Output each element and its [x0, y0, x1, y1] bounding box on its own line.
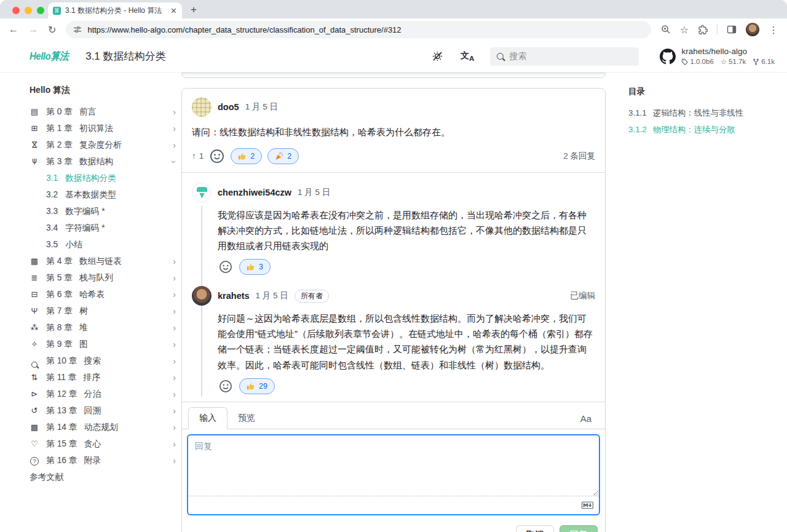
chevron-right-icon: › — [173, 356, 176, 366]
reaction-party[interactable]: 2 — [267, 148, 299, 164]
forward-icon[interactable]: → — [28, 24, 38, 35]
upvote-button[interactable]: ↑1 — [192, 151, 204, 161]
github-repo-link[interactable]: krahets/hello-algo 1.0.0b6 ☆51.7k 6.1k — [660, 47, 775, 66]
reply-textarea[interactable]: 回复 — [187, 434, 600, 515]
sidebar-item-ch13[interactable]: ↺第 13 章回溯› — [30, 402, 176, 419]
sidebar-item-ch5[interactable]: ≣第 5 章栈与队列› — [30, 269, 176, 286]
reload-icon[interactable]: ↻ — [48, 24, 56, 36]
sidebar-item-ch15[interactable]: ♡第 15 章贪心› — [30, 435, 176, 452]
extensions-icon[interactable] — [698, 25, 708, 34]
avatar[interactable] — [192, 286, 212, 306]
theme-toggle-icon[interactable] — [432, 50, 443, 62]
side-panel-icon[interactable] — [727, 25, 737, 34]
language-icon[interactable]: 文A — [461, 50, 474, 62]
repo-forks: 6.1k — [761, 58, 775, 65]
comment-date[interactable]: 1 月 5 日 — [245, 101, 278, 113]
text-format-icon[interactable]: Aa — [573, 408, 599, 429]
cancel-button[interactable]: 取消 — [516, 525, 554, 532]
repo-version: 1.0.0b6 — [690, 58, 713, 65]
site-settings-icon[interactable] — [73, 25, 82, 34]
new-tab-button[interactable]: + — [191, 4, 197, 16]
sidebar-item-ch11[interactable]: ⇅第 11 章排序› — [30, 369, 176, 386]
chevron-right-icon: › — [173, 306, 176, 316]
bookmark-star-icon[interactable]: ☆ — [680, 24, 689, 36]
reply-date[interactable]: 1 月 5 日 — [256, 290, 288, 301]
sidebar-item-3-5[interactable]: 3.5小结 — [30, 236, 176, 253]
sidebar-item-ch4[interactable]: ▦第 4 章数组与链表› — [30, 253, 176, 269]
browser-menu-icon[interactable]: ⋮ — [769, 24, 778, 36]
sidebar-item-references[interactable]: 参考文献 — [30, 469, 176, 485]
zoom-icon[interactable] — [661, 25, 671, 34]
chevron-right-icon: › — [173, 339, 176, 349]
toc-item-3-1-1[interactable]: 3.1.1逻辑结构：线性与非线性 — [628, 105, 782, 121]
smiley-icon — [219, 380, 232, 392]
url-bar[interactable]: https://www.hello-algo.com/chapter_data_… — [66, 21, 651, 38]
greedy-icon: ♡ — [30, 439, 39, 448]
tab-close-icon[interactable]: ✕ — [170, 6, 177, 15]
thumbs-up-emoji — [247, 263, 255, 271]
browser-profile-avatar[interactable] — [746, 23, 759, 36]
smiley-icon — [219, 261, 232, 273]
window-controls — [12, 7, 44, 14]
chevron-right-icon: › — [173, 406, 176, 416]
add-reaction-button[interactable] — [218, 378, 234, 394]
sidebar-item-ch7[interactable]: Ψ第 7 章树› — [30, 303, 176, 319]
sidebar-item-ch0[interactable]: ▤第 0 章前言› — [30, 103, 176, 120]
reply-author[interactable]: chenzhiwei54czw — [218, 188, 291, 197]
sidebar-item-ch8[interactable]: ⁂第 8 章堆› — [30, 319, 176, 336]
party-popper-emoji — [275, 152, 283, 161]
sidebar-item-3-4[interactable]: 3.4字符编码 * — [30, 220, 176, 236]
sidebar-item-ch9[interactable]: ✧第 9 章图› — [30, 336, 176, 352]
sidebar-item-ch16[interactable]: ?第 16 章附录› — [30, 452, 176, 469]
toc-item-3-1-2[interactable]: 3.1.2物理结构：连续与分散 — [628, 121, 782, 138]
nodes-icon: ⋔ — [30, 157, 39, 166]
chevron-right-icon: › — [173, 256, 176, 266]
sidebar-item-ch6[interactable]: ⊟第 6 章哈希表› — [30, 286, 176, 303]
add-reaction-button[interactable] — [209, 148, 225, 164]
comment-body: 请问：线性数据结构和非线性数据结构，哈希表为什么都存在。 — [182, 117, 605, 140]
sidebar-item-ch1[interactable]: ⊞第 1 章初识算法› — [30, 120, 176, 137]
reply: krahets 1 月 5 日 所有者 已编辑 好问题～这因为哈希表底层是数组，… — [192, 286, 595, 394]
avatar[interactable] — [192, 183, 212, 202]
comment-author[interactable]: doo5 — [218, 102, 239, 112]
tab-preview[interactable]: 预览 — [227, 408, 266, 429]
sidebar-item-3-3[interactable]: 3.3数字编码 * — [30, 203, 176, 220]
chevron-right-icon: › — [173, 124, 176, 133]
graph-icon: ✧ — [30, 339, 39, 349]
reply-editor: 输入 预览 Aa 回复 取消 回复 — [182, 402, 605, 532]
dp-icon: ▩ — [30, 423, 39, 432]
repo-stars: 51.7k — [729, 58, 746, 65]
close-window-button[interactable] — [12, 7, 20, 14]
resize-handle-icon[interactable] — [593, 490, 598, 496]
browser-tab[interactable]: 算 3.1 数据结构分类 - Hello 算法 ✕ — [48, 2, 182, 18]
add-reaction-button[interactable] — [218, 259, 234, 275]
site-logo[interactable]: Hello算法 — [30, 50, 68, 63]
reply-submit-button[interactable]: 回复 — [560, 525, 598, 532]
reaction-thumbs-up[interactable]: 29 — [239, 378, 275, 394]
sidebar-item-3-2[interactable]: 3.2基本数据类型 — [30, 186, 176, 203]
fork-icon — [753, 58, 759, 65]
tab-write[interactable]: 输入 — [188, 407, 227, 429]
back-icon[interactable]: ← — [9, 24, 18, 35]
sidebar-item-ch2[interactable]: ⋈第 2 章复杂度分析› — [30, 137, 176, 153]
sidebar-nav: Hello 算法 ▤第 0 章前言› ⊞第 1 章初识算法› ⋈第 2 章复杂度… — [30, 85, 176, 485]
tag-icon — [681, 58, 688, 65]
reply-author[interactable]: krahets — [218, 291, 250, 301]
toolbar-divider — [717, 25, 718, 34]
sidebar-item-ch10[interactable]: 第 10 章搜索› — [30, 352, 176, 369]
minimize-window-button[interactable] — [25, 7, 32, 14]
fullscreen-window-button[interactable] — [37, 7, 44, 14]
owner-badge: 所有者 — [295, 290, 329, 303]
star-icon: ☆ — [721, 57, 727, 66]
avatar[interactable] — [192, 97, 212, 117]
sidebar-item-3-1[interactable]: 3.1数据结构分类 — [30, 170, 176, 186]
sidebar-item-ch12[interactable]: ⊳第 12 章分治› — [30, 386, 176, 402]
reply: chenzhiwei54czw 1 月 5 日 我觉得应该是因为哈希表在没有冲突… — [192, 183, 595, 276]
sidebar-item-ch3[interactable]: ⋔第 3 章数据结构› — [30, 153, 176, 170]
sidebar-item-ch14[interactable]: ▩第 14 章动态规划› — [30, 419, 176, 435]
reply-date[interactable]: 1 月 5 日 — [298, 187, 330, 198]
search-input[interactable]: 搜索 — [490, 47, 639, 66]
stack-icon: ≣ — [30, 273, 39, 282]
reaction-thumbs-up[interactable]: 2 — [231, 148, 262, 164]
reaction-thumbs-up[interactable]: 3 — [239, 259, 271, 275]
